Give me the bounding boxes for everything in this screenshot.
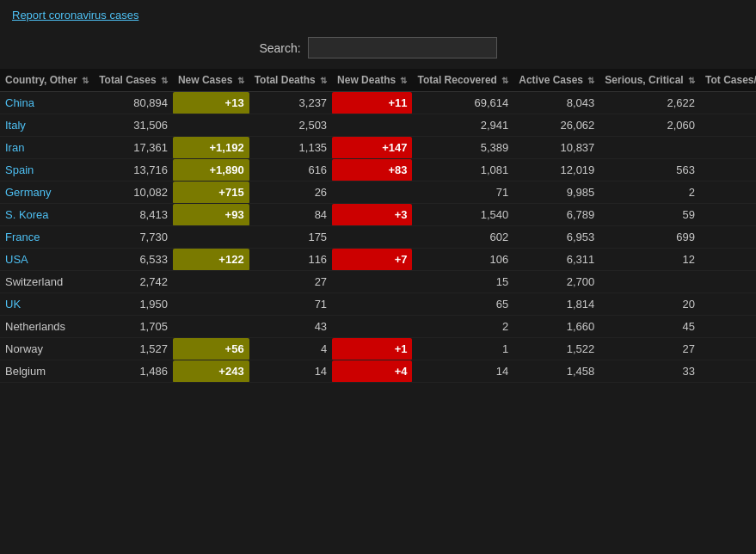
col-totalCases[interactable]: Total Cases ⇅ [94, 69, 173, 92]
sort-icon: ⇅ [320, 76, 327, 85]
cell-total-deaths: 116 [249, 249, 332, 271]
cell-country[interactable]: Germany [0, 182, 94, 204]
table-row: UK1,95071651,8142029 [0, 293, 756, 316]
cell-total-deaths: 1,135 [249, 137, 332, 159]
cell-total-deaths: 27 [249, 271, 332, 293]
cell-total-cases: 17,361 [94, 137, 173, 159]
table-row: Switzerland2,74227152,700317 [0, 271, 756, 293]
cell-total-cases: 2,742 [94, 271, 173, 293]
cell-active-cases: 10,837 [513, 137, 599, 159]
col-activeCases[interactable]: Active Cases ⇅ [513, 69, 599, 92]
cell-total-deaths: 3,237 [249, 92, 332, 114]
col-serious[interactable]: Serious, Critical ⇅ [599, 69, 700, 92]
cell-new-cases [173, 271, 249, 293]
sort-icon: ⇅ [161, 76, 168, 85]
cell-total-recovered: 65 [412, 293, 513, 316]
cell-new-cases: +93 [173, 204, 249, 226]
cell-country[interactable]: China [0, 92, 94, 114]
cell-total-cases: 80,894 [94, 92, 173, 114]
table-row: Italy31,5062,5032,94126,0622,060521 [0, 114, 756, 137]
cell-country[interactable]: France [0, 226, 94, 249]
col-newDeaths[interactable]: New Deaths ⇅ [332, 69, 412, 92]
cell-new-deaths: +7 [332, 249, 412, 271]
cell-total-recovered: 2 [412, 316, 513, 338]
cell-total-cases: 1,950 [94, 293, 173, 316]
report-link[interactable]: Report coronavirus cases [0, 0, 756, 30]
cell-total-cases: 13,716 [94, 159, 173, 182]
col-country[interactable]: Country, Other ⇅ [0, 69, 94, 92]
cell-serious-critical: 2,060 [599, 114, 700, 137]
cell-tot-cases-pop: 56 [700, 92, 756, 114]
cell-active-cases: 12,019 [513, 159, 599, 182]
cell-serious-critical: 563 [599, 159, 700, 182]
cell-tot-cases-pop: 118 [700, 226, 756, 249]
cell-country[interactable]: UK [0, 293, 94, 316]
cell-new-cases [173, 293, 249, 316]
cell-serious-critical: 20 [599, 293, 700, 316]
cell-new-cases [173, 114, 249, 137]
cell-total-recovered: 1,540 [412, 204, 513, 226]
cell-active-cases: 1,660 [513, 316, 599, 338]
cell-tot-cases-pop: 293 [700, 159, 756, 182]
cell-new-deaths [332, 293, 412, 316]
cell-country[interactable]: USA [0, 249, 94, 271]
table-row: Norway1,527+564+111,52227282 [0, 338, 756, 360]
cell-active-cases: 8,043 [513, 92, 599, 114]
cell-new-deaths: +83 [332, 159, 412, 182]
cell-active-cases: 6,953 [513, 226, 599, 249]
cell-tot-cases-pop: 29 [700, 293, 756, 316]
cell-total-cases: 1,486 [94, 360, 173, 383]
cell-total-recovered: 69,614 [412, 92, 513, 114]
cell-total-deaths: 4 [249, 338, 332, 360]
cell-total-deaths: 26 [249, 182, 332, 204]
cell-total-deaths: 43 [249, 316, 332, 338]
cell-new-deaths [332, 114, 412, 137]
sort-icon: ⇅ [688, 76, 695, 85]
cell-country[interactable]: S. Korea [0, 204, 94, 226]
cell-total-cases: 7,730 [94, 226, 173, 249]
cell-total-deaths: 175 [249, 226, 332, 249]
cell-total-cases: 1,705 [94, 316, 173, 338]
col-totalDeaths[interactable]: Total Deaths ⇅ [249, 69, 332, 92]
cell-active-cases: 1,522 [513, 338, 599, 360]
cell-tot-cases-pop: 282 [700, 338, 756, 360]
cell-new-deaths: +147 [332, 137, 412, 159]
cell-tot-cases-pop: 100 [700, 316, 756, 338]
col-newCases[interactable]: New Cases ⇅ [173, 69, 249, 92]
cell-country[interactable]: Iran [0, 137, 94, 159]
cell-new-cases: +243 [173, 360, 249, 383]
col-totCasesPop[interactable]: Tot Cases/ 1M pop ⇅ [700, 69, 756, 92]
col-totalRecovered[interactable]: Total Recovered ⇅ [412, 69, 513, 92]
table-row: China80,894+133,237+1169,6148,0432,62256 [0, 92, 756, 114]
cell-total-cases: 31,506 [94, 114, 173, 137]
cell-tot-cases-pop: 317 [700, 271, 756, 293]
search-label: Search: [259, 41, 300, 55]
cell-country[interactable]: Spain [0, 159, 94, 182]
cell-serious-critical [599, 137, 700, 159]
cell-serious-critical: 27 [599, 338, 700, 360]
cell-active-cases: 1,458 [513, 360, 599, 383]
search-input[interactable] [308, 37, 497, 58]
cell-new-cases: +56 [173, 338, 249, 360]
cell-new-cases [173, 226, 249, 249]
cell-new-cases: +1,890 [173, 159, 249, 182]
cell-total-cases: 8,413 [94, 204, 173, 226]
table-row: S. Korea8,413+9384+31,5406,78959164 [0, 204, 756, 226]
cell-total-deaths: 84 [249, 204, 332, 226]
cell-total-recovered: 5,389 [412, 137, 513, 159]
cell-tot-cases-pop: 120 [700, 182, 756, 204]
table-row: Spain13,716+1,890616+831,08112,019563293 [0, 159, 756, 182]
cell-tot-cases-pop: 207 [700, 137, 756, 159]
cell-new-deaths [332, 316, 412, 338]
cell-new-deaths: +11 [332, 92, 412, 114]
cell-total-cases: 10,082 [94, 182, 173, 204]
sort-icon: ⇅ [237, 76, 244, 85]
cell-new-cases: +122 [173, 249, 249, 271]
cell-country: Switzerland [0, 271, 94, 293]
cell-country[interactable]: Italy [0, 114, 94, 137]
cell-tot-cases-pop: 20 [700, 249, 756, 271]
cell-new-deaths [332, 271, 412, 293]
cell-serious-critical: 2 [599, 182, 700, 204]
cell-country: Belgium [0, 360, 94, 383]
table-row: Iran17,361+1,1921,135+1475,38910,837207 [0, 137, 756, 159]
